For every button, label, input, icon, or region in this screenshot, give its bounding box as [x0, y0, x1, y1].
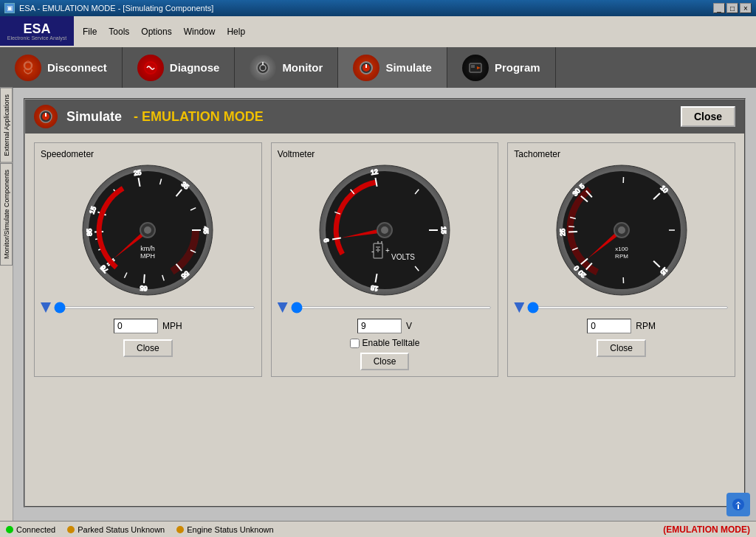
diagnose-label: Diagnose [170, 61, 220, 74]
voltmeter-label: Voltmeter [278, 149, 315, 159]
esa-bottom-icon[interactable] [726, 493, 750, 516]
program-icon [462, 55, 489, 81]
svg-text:RPM: RPM [615, 253, 628, 260]
voltmeter-unit: V [406, 321, 412, 331]
simulate-icon [353, 55, 379, 81]
voltmeter-slider-row [278, 302, 492, 313]
svg-point-100 [618, 226, 625, 234]
side-panel: External Applications Monitor/Simulate C… [0, 88, 13, 521]
monitor-btn[interactable]: Monitor [235, 47, 338, 88]
disconnect-icon [15, 55, 41, 81]
parked-indicator: Parked Status Unknown [67, 525, 165, 534]
enable-telltale-checkbox[interactable] [350, 339, 360, 348]
menu-tools[interactable]: Tools [103, 25, 135, 38]
titlebar-title: ESA - EMULATION MODE - [Simulating Compo… [19, 4, 213, 13]
svg-point-0 [24, 62, 32, 69]
speedometer-value-row: MPH [114, 319, 182, 333]
tachometer-unit: RPM [636, 321, 656, 331]
voltmeter-slider-indicator [278, 302, 288, 313]
diagnose-btn[interactable]: Diagnose [123, 47, 236, 88]
app-header: ESA Electronic Service Analyst File Tool… [0, 16, 756, 47]
menu-help[interactable]: Help [221, 25, 251, 38]
svg-text:x100: x100 [615, 246, 628, 252]
speedometer-label: Speedometer [41, 149, 94, 159]
menu-file[interactable]: File [77, 25, 103, 38]
disconnect-label: Disconnect [47, 61, 107, 74]
speedometer-close-btn[interactable]: Close [123, 339, 173, 357]
simulate-label: Simulate [385, 61, 432, 74]
emulation-status-label: (EMULATION MODE) [663, 524, 750, 535]
simulate-panel-title: Simulate [66, 109, 122, 125]
menu-options[interactable]: Options [135, 25, 177, 38]
simulate-panel: Simulate - EMULATION MODE Close Speedome… [24, 98, 746, 507]
voltmeter-container: Voltmeter 9 [271, 142, 499, 377]
statusbar: Connected Parked Status Unknown Engine S… [0, 521, 756, 537]
esa-logo: ESA Electronic Service Analyst [0, 16, 74, 46]
logo-main: ESA [23, 22, 50, 35]
menubar: File Tools Options Window Help [77, 16, 756, 47]
speedometer-container: Speedometer [34, 142, 262, 377]
svg-rect-10 [471, 65, 475, 68]
monitor-icon [250, 55, 276, 81]
tachometer-label: Tachometer [514, 149, 560, 159]
tachometer-slider-row [514, 302, 729, 313]
speedometer-value-input[interactable] [114, 319, 158, 333]
voltmeter-close-btn[interactable]: Close [360, 353, 410, 370]
speedometer-slider-indicator [41, 302, 51, 313]
program-btn[interactable]: Program [447, 47, 556, 88]
svg-text:km/h: km/h [141, 245, 156, 252]
titlebar-left: ▣ ESA - EMULATION MODE - [Simulating Com… [4, 3, 213, 13]
menu-window[interactable]: Window [178, 25, 221, 38]
connected-dot [6, 526, 13, 533]
svg-text:85: 85 [86, 229, 93, 236]
titlebar-buttons: _ □ × [713, 3, 752, 13]
svg-text:65: 65 [140, 284, 148, 292]
app-icon: ▣ [4, 3, 15, 13]
voltmeter-slider[interactable] [291, 306, 492, 309]
tachometer-gauge: 0 5 10 15 [555, 164, 688, 297]
simulate-btn[interactable]: Simulate [338, 47, 447, 88]
svg-line-35 [144, 274, 145, 283]
tachometer-container: Tachometer 0 [507, 142, 735, 377]
minimize-btn[interactable]: _ [713, 3, 725, 13]
monitor-simulate-tab[interactable]: Monitor/Simulate Components [0, 163, 13, 266]
connected-label: Connected [16, 525, 55, 534]
speedometer-gauge: 0 15 25 35 [81, 164, 214, 297]
parked-dot [67, 526, 75, 533]
svg-text:12: 12 [370, 167, 379, 176]
gauges-area: Speedometer [25, 134, 744, 386]
svg-point-73 [381, 226, 388, 234]
svg-text:15: 15 [440, 226, 447, 234]
svg-text:+: + [385, 246, 390, 254]
simulate-close-btn[interactable]: Close [681, 106, 735, 127]
voltmeter-value-row: V [357, 319, 412, 333]
tachometer-close-btn[interactable]: Close [597, 339, 646, 357]
diagnose-icon [137, 55, 164, 81]
close-window-btn[interactable]: × [740, 3, 752, 13]
content-wrapper: External Applications Monitor/Simulate C… [0, 88, 756, 521]
engine-label: Engine Status Unknown [187, 525, 273, 534]
logo-subtitle: Electronic Service Analyst [7, 35, 67, 41]
engine-dot [176, 526, 184, 533]
external-apps-tab[interactable]: External Applications [0, 88, 13, 163]
voltmeter-value-input[interactable] [357, 319, 402, 333]
svg-text:MPH: MPH [140, 252, 155, 260]
svg-text:18: 18 [370, 284, 379, 293]
speedometer-unit: MPH [162, 321, 182, 331]
tachometer-value-input[interactable] [587, 319, 631, 333]
speedometer-slider[interactable] [54, 306, 255, 309]
program-label: Program [495, 61, 540, 74]
toolbar: Disconnect Diagnose Monitor Simulate Pro… [0, 47, 756, 88]
tachometer-slider[interactable] [527, 306, 729, 309]
parked-label: Parked Status Unknown [78, 525, 165, 534]
connected-indicator: Connected [6, 525, 55, 534]
disconnect-btn[interactable]: Disconnect [0, 47, 123, 88]
svg-line-78 [568, 226, 574, 227]
svg-text:-: - [371, 247, 374, 255]
speedometer-slider-row [41, 302, 255, 313]
enable-telltale-row: Enable Telltale [350, 338, 420, 348]
restore-btn[interactable]: □ [726, 3, 738, 13]
tachometer-value-row: RPM [587, 319, 656, 333]
svg-rect-63 [377, 241, 379, 244]
svg-text:45: 45 [202, 226, 210, 234]
